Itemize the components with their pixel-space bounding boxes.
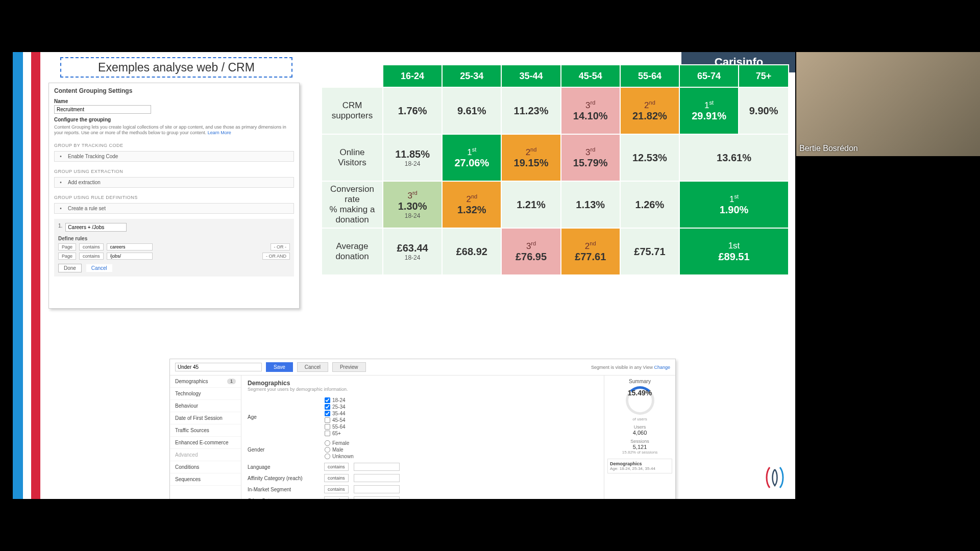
change-link[interactable]: Change	[654, 365, 670, 370]
row-label: CRM supporters	[322, 87, 383, 134]
cg-rule-field[interactable]: Page	[58, 253, 76, 260]
cg-rule-name-input[interactable]	[65, 223, 127, 232]
brand-logo-icon	[765, 465, 785, 490]
cg-rule-block: 1. Define rules Page contains - OR - Pag…	[54, 219, 294, 277]
content-grouping-panel: Content Grouping Settings Name Configure…	[48, 83, 300, 309]
table-cell: 1st1.90%	[679, 181, 789, 228]
summary-sessions-label: Sessions	[607, 439, 672, 444]
age-checkbox[interactable]: 25-34	[324, 404, 346, 410]
gender-radio[interactable]: Unknown	[324, 453, 354, 460]
other-op[interactable]: contains	[324, 496, 349, 499]
stripe-blue	[13, 52, 23, 499]
field-age: Age 18-24 25-34 35-44 45-54 55-64 65+	[248, 397, 598, 437]
row-label: Conversion rate% making a donation	[322, 181, 383, 228]
table-cell: £75.71	[620, 228, 679, 275]
age-checkbox[interactable]: 18-24	[324, 397, 346, 404]
cg-extraction-item[interactable]: •Add extraction	[54, 177, 294, 188]
plus-icon: •	[58, 154, 64, 159]
cancel-link[interactable]: Cancel	[86, 264, 112, 272]
age-checkbox[interactable]: 55-64	[324, 423, 346, 430]
gender-radio[interactable]: Male	[324, 446, 354, 453]
demo-sidebar: Demographics1TechnologyBehaviourDate of …	[170, 375, 241, 499]
cg-rule-field[interactable]: Page	[58, 243, 76, 251]
cg-orand-2[interactable]: - OR AND	[262, 253, 290, 260]
sidebar-item[interactable]: Demographics1	[170, 375, 241, 388]
age-checkbox[interactable]: 45-54	[324, 417, 346, 423]
affinity-label: Affinity Category (reach)	[248, 475, 319, 481]
language-label: Language	[248, 464, 319, 470]
cg-heading: Content Grouping Settings	[54, 87, 294, 94]
age-checkbox[interactable]: 65+	[324, 430, 346, 437]
learn-more-link[interactable]: Learn More	[208, 130, 231, 135]
demographics-panel: Save Cancel Preview Segment is visible i…	[169, 359, 676, 499]
inmarket-input[interactable]	[354, 485, 400, 493]
cg-rule-line-1: Page contains - OR -	[58, 243, 290, 251]
cg-configure-label: Configure the grouping	[54, 117, 294, 122]
segment-name-input[interactable]	[175, 363, 262, 371]
cg-rule-value-1[interactable]	[107, 243, 153, 251]
sidebar-item[interactable]: Conditions	[170, 461, 241, 473]
affinity-input[interactable]	[354, 474, 400, 482]
cg-sect-tracking: GROUP BY TRACKING CODE	[54, 143, 294, 148]
preview-button[interactable]: Preview	[332, 362, 366, 372]
gender-label: Gender	[248, 447, 319, 453]
sidebar-item[interactable]: Enhanced E-commerce	[170, 437, 241, 449]
field-affinity: Affinity Category (reach) contains	[248, 474, 598, 482]
done-button[interactable]: Done	[58, 264, 82, 272]
visibility-text: Segment is visible in any View Change	[591, 365, 670, 370]
field-other: Other Category contains	[248, 496, 598, 499]
cg-rule-number: 1.	[58, 223, 62, 229]
col-header: 65-74	[679, 65, 739, 87]
sidebar-item[interactable]: Sequences	[170, 473, 241, 486]
table-cell: £68.92	[442, 228, 501, 275]
cg-rules-label: Create a rule set	[68, 206, 106, 211]
cg-orand-1[interactable]: - OR -	[271, 243, 290, 251]
col-header: 25-34	[442, 65, 501, 87]
cg-configure-desc: Content Grouping lets you create logical…	[54, 124, 294, 136]
table-cell: 2nd£77.61	[561, 228, 620, 275]
table-cell: 3rd1.30%18-24	[383, 181, 442, 228]
table-cell: 11.85%18-24	[383, 134, 442, 181]
table-cell: 1st29.91%	[679, 87, 739, 134]
inmarket-op[interactable]: contains	[324, 485, 349, 493]
other-label: Other Category	[248, 498, 319, 499]
table-cell: 1.21%	[501, 181, 560, 228]
cg-buttons: Done Cancel	[58, 264, 290, 272]
cg-rule-line-2: Page contains - OR AND	[58, 253, 290, 260]
summary-sessions: 5,121	[607, 444, 672, 450]
sidebar-item[interactable]: Traffic Sources	[170, 424, 241, 437]
cg-name-input[interactable]	[54, 105, 151, 114]
cg-name-label: Name	[54, 98, 294, 104]
cg-rule-value-2[interactable]	[107, 253, 153, 260]
webcam-overlay: Bertie Bosrédon	[796, 52, 980, 156]
cg-rule-op[interactable]: contains	[79, 253, 104, 260]
sidebar-item[interactable]: Technology	[170, 388, 241, 400]
table-cell: 2nd1.32%	[442, 181, 501, 228]
summary-sessions-pct: 15.82% of sessions	[607, 450, 672, 455]
sidebar-item[interactable]: Date of First Session	[170, 412, 241, 424]
save-button[interactable]: Save	[266, 362, 293, 372]
plus-icon: •	[58, 206, 64, 211]
sidebar-item[interactable]: Behaviour	[170, 400, 241, 412]
table-cell: 1st27.06%	[442, 134, 501, 181]
table-cell: 1.76%	[383, 87, 442, 134]
cancel-button[interactable]: Cancel	[297, 362, 328, 372]
cg-tracking-item[interactable]: •Enable Tracking Code	[54, 151, 294, 162]
gender-radio[interactable]: Female	[324, 440, 354, 446]
summary-box: Demographics Age: 18-24, 25-34, 35-44	[607, 459, 672, 473]
demo-heading: Demographics	[248, 380, 598, 387]
table-cell: 1.26%	[620, 181, 679, 228]
field-gender: Gender Female Male Unknown	[248, 440, 598, 460]
sidebar-item[interactable]: Advanced	[170, 449, 241, 461]
demo-topbar: Save Cancel Preview Segment is visible i…	[170, 359, 675, 375]
cg-rules-item[interactable]: •Create a rule set	[54, 203, 294, 214]
cg-rule-op[interactable]: contains	[79, 243, 104, 251]
other-input[interactable]	[354, 496, 400, 499]
age-checkbox[interactable]: 35-44	[324, 410, 346, 417]
affinity-op[interactable]: contains	[324, 474, 349, 482]
summary-title: Summary	[607, 379, 672, 384]
table-cell: 13.61%	[679, 134, 789, 181]
language-op[interactable]: contains	[324, 463, 349, 471]
field-language: Language contains	[248, 463, 598, 471]
language-input[interactable]	[354, 463, 400, 471]
